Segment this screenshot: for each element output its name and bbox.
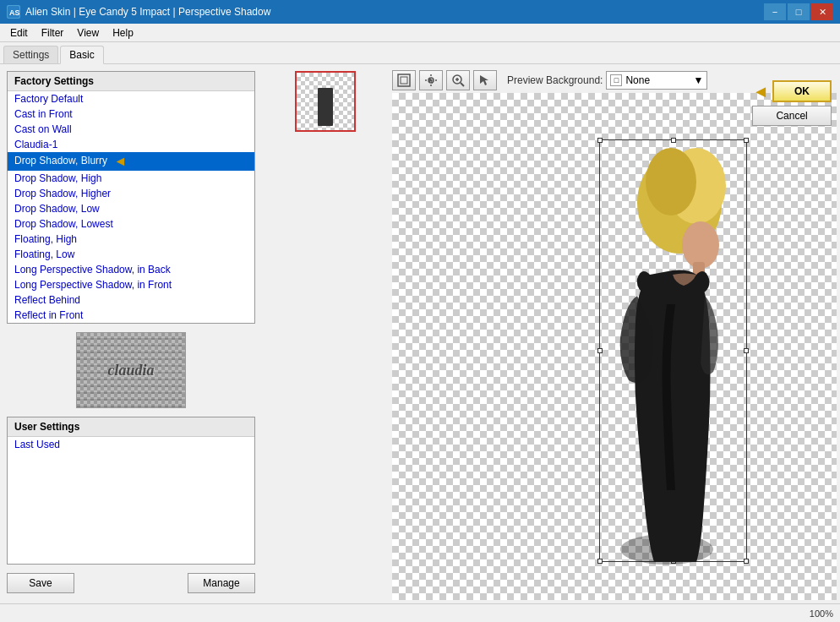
cancel-button[interactable]: Cancel <box>752 106 832 126</box>
save-button[interactable]: Save <box>7 573 74 593</box>
svg-line-8 <box>461 83 464 86</box>
list-item-reflect-front[interactable]: Reflect in Front <box>8 308 254 323</box>
action-buttons: ◄ OK Cancel <box>752 80 832 126</box>
preview-bg-selected-value: None <box>625 74 650 86</box>
menu-view[interactable]: View <box>70 25 106 41</box>
dropdown-arrow-icon: ▼ <box>694 74 704 86</box>
main-container: Factory Settings Factory Default Cast in… <box>0 64 840 603</box>
list-item-drop-shadow-high[interactable]: Drop Shadow, High <box>8 171 254 186</box>
ok-button[interactable]: OK <box>772 80 832 102</box>
list-item-claudia-1[interactable]: Claudia-1 <box>8 137 254 152</box>
zoom-fit-icon <box>397 74 411 87</box>
list-item-cast-in-front[interactable]: Cast in Front <box>8 106 254 122</box>
ok-arrow-icon: ◄ <box>752 82 769 101</box>
menu-filter[interactable]: Filter <box>35 25 71 41</box>
bottom-buttons: Save Manage <box>7 570 255 597</box>
close-button[interactable]: ✕ <box>811 3 833 20</box>
tab-bar: Settings Basic <box>0 42 840 64</box>
preview-bg-color-swatch: □ <box>610 74 622 86</box>
list-item-last-used[interactable]: Last Used <box>8 437 254 452</box>
handle-mr <box>744 348 749 353</box>
svg-point-12 <box>646 148 696 216</box>
selection-arrow-icon: ◄ <box>113 154 127 169</box>
list-item-drop-shadow-low[interactable]: Drop Shadow, Low <box>8 201 254 216</box>
right-panel: Preview Background: □ None ▼ <box>389 64 840 603</box>
list-item-drop-shadow-blurry[interactable]: Drop Shadow, Blurry ◄ <box>8 152 254 171</box>
handle-tl <box>597 138 603 143</box>
list-item-reflect-behind[interactable]: Reflect Behind <box>8 292 254 308</box>
menu-edit[interactable]: Edit <box>3 25 35 41</box>
handle-bl <box>597 559 603 564</box>
maximize-button[interactable]: □ <box>788 3 810 20</box>
preview-area <box>262 64 389 603</box>
menu-bar: Edit Filter View Help <box>0 24 840 42</box>
handle-tr <box>744 138 749 143</box>
zoom-in-button[interactable] <box>446 70 470 90</box>
list-item-long-persp-back[interactable]: Long Perspective Shadow, in Back <box>8 262 254 277</box>
manage-button[interactable]: Manage <box>188 573 255 593</box>
user-settings-list[interactable]: Last Used <box>8 437 254 564</box>
svg-text:AS: AS <box>9 8 19 17</box>
pan-button[interactable] <box>419 70 443 90</box>
zoom-level: 100% <box>810 608 833 619</box>
title-bar: AS Alien Skin | Eye Candy 5 Impact | Per… <box>0 0 840 24</box>
factory-settings-panel: Factory Settings Factory Default Cast in… <box>7 71 255 324</box>
handle-ml <box>597 348 603 353</box>
window-title: Alien Skin | Eye Candy 5 Impact | Perspe… <box>25 6 270 18</box>
preview-bg-select[interactable]: □ None ▼ <box>606 71 707 90</box>
zoom-in-icon <box>451 74 465 87</box>
select-button[interactable] <box>473 70 497 90</box>
menu-help[interactable]: Help <box>106 25 140 41</box>
window-controls[interactable]: − □ ✕ <box>764 3 833 20</box>
thumbnail-text: claudia <box>107 362 154 379</box>
svg-rect-2 <box>398 74 410 86</box>
svg-rect-3 <box>401 77 407 84</box>
list-item-floating-low[interactable]: Floating, Low <box>8 247 254 262</box>
pan-icon <box>424 74 438 87</box>
list-item-cast-on-wall[interactable]: Cast on Wall <box>8 122 254 137</box>
user-settings-header: User Settings <box>8 417 254 437</box>
title-bar-left: AS Alien Skin | Eye Candy 5 Impact | Per… <box>7 5 270 19</box>
preview-bg-label: Preview Background: <box>507 74 603 86</box>
select-icon <box>478 74 492 87</box>
preset-preview-thumbnail: claudia <box>76 332 186 408</box>
factory-settings-header: Factory Settings <box>8 72 254 91</box>
tab-settings[interactable]: Settings <box>3 46 58 63</box>
list-item-factory-default[interactable]: Factory Default <box>8 91 254 106</box>
app-icon: AS <box>7 5 20 19</box>
zoom-fit-button[interactable] <box>392 70 416 90</box>
main-thumbnail <box>295 71 356 132</box>
canvas-area[interactable] <box>392 93 837 600</box>
list-item-floating-high[interactable]: Floating, High <box>8 232 254 247</box>
factory-settings-list[interactable]: Factory Default Cast in Front Cast on Wa… <box>8 91 254 323</box>
list-item-long-persp-front[interactable]: Long Perspective Shadow, in Front <box>8 277 254 292</box>
figure-svg <box>612 135 743 566</box>
list-item-drop-shadow-lowest[interactable]: Drop Shadow, Lowest <box>8 216 254 232</box>
svg-point-13 <box>682 221 719 269</box>
minimize-button[interactable]: − <box>764 3 786 20</box>
tab-basic[interactable]: Basic <box>60 46 103 64</box>
status-bar: 100% <box>0 603 840 622</box>
user-settings-panel: User Settings Last Used <box>7 417 255 565</box>
list-item-drop-shadow-higher[interactable]: Drop Shadow, Higher <box>8 186 254 201</box>
handle-br <box>744 559 749 564</box>
left-panel: Factory Settings Factory Default Cast in… <box>0 64 262 603</box>
